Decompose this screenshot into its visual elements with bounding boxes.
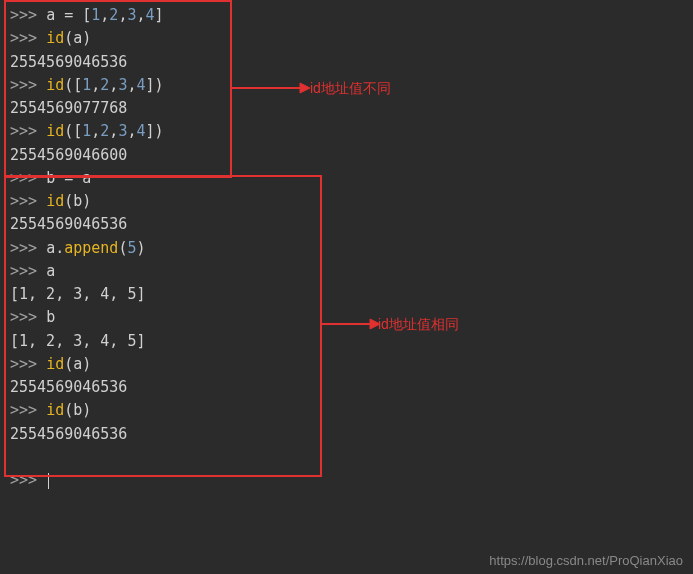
code-token: >>>: [10, 122, 46, 140]
watermark: https://blog.csdn.net/ProQianXiao: [489, 553, 683, 568]
code-token: 2: [100, 76, 109, 94]
repl-input-line: >>> id(b): [10, 399, 683, 422]
code-token: =: [64, 169, 82, 187]
code-token: >>>: [10, 6, 46, 24]
code-token: 2554569046536: [10, 215, 127, 233]
code-token: 2: [100, 122, 109, 140]
repl-input-line: >>> a = [1,2,3,4]: [10, 4, 683, 27]
code-token: id: [46, 192, 64, 210]
code-token: a: [82, 169, 91, 187]
cursor: [48, 473, 49, 489]
code-token: id: [46, 122, 64, 140]
repl-input-line: >>> id(a): [10, 27, 683, 50]
code-token: ]): [145, 76, 163, 94]
code-token: id: [46, 76, 64, 94]
code-token: b: [73, 192, 82, 210]
repl-output-line: 2554569046536: [10, 213, 683, 236]
code-token: 2554569046536: [10, 53, 127, 71]
code-token: >>>: [10, 262, 46, 280]
code-token: id: [46, 401, 64, 419]
code-token: 2554569046536: [10, 378, 127, 396]
code-token: >>>: [10, 192, 46, 210]
code-token: >>>: [10, 76, 46, 94]
repl-output-line: 2554569046536: [10, 423, 683, 446]
repl-input-line: >>> a: [10, 260, 683, 283]
code-token: id: [46, 29, 64, 47]
repl-output-line: 2554569046600: [10, 144, 683, 167]
code-token: 4: [145, 6, 154, 24]
repl-output-line: 2554569077768: [10, 97, 683, 120]
code-token: [: [82, 6, 91, 24]
code-token: >>>: [10, 239, 46, 257]
code-token: a: [73, 29, 82, 47]
code-token: 1: [82, 76, 91, 94]
code-token: ,: [91, 122, 100, 140]
code-token: 1: [82, 122, 91, 140]
repl-input-line: >>> id(b): [10, 190, 683, 213]
code-token: a: [46, 262, 55, 280]
code-token: >>>: [10, 471, 46, 489]
code-token: ): [82, 401, 91, 419]
repl-input-line: >>> id([1,2,3,4]): [10, 120, 683, 143]
code-token: a: [46, 6, 64, 24]
annotation-2: id地址值相同: [378, 316, 459, 334]
code-token: >>>: [10, 355, 46, 373]
repl-input-line: >>>: [10, 469, 683, 492]
code-token: (: [64, 192, 73, 210]
code-token: ,: [100, 6, 109, 24]
code-token: id: [46, 355, 64, 373]
repl-input-line: >>> b = a: [10, 167, 683, 190]
code-token: (: [64, 355, 73, 373]
code-token: ([: [64, 76, 82, 94]
code-token: (: [64, 29, 73, 47]
code-token: ): [82, 192, 91, 210]
code-token: ]: [155, 6, 164, 24]
code-token: >>>: [10, 169, 46, 187]
code-token: (: [64, 401, 73, 419]
python-repl-terminal: >>> a = [1,2,3,4]>>> id(a)2554569046536>…: [0, 0, 693, 496]
code-token: ]): [145, 122, 163, 140]
code-token: ): [82, 29, 91, 47]
repl-output-line: [1, 2, 3, 4, 5]: [10, 283, 683, 306]
code-token: 1: [91, 6, 100, 24]
code-token: append: [64, 239, 118, 257]
repl-output-line: 2554569046536: [10, 51, 683, 74]
code-token: 2554569077768: [10, 99, 127, 117]
code-token: 2554569046536: [10, 425, 127, 443]
repl-input-line: >>> id(a): [10, 353, 683, 376]
code-token: >>>: [10, 308, 46, 326]
code-token: [10, 448, 19, 466]
code-token: ): [82, 355, 91, 373]
code-token: 2554569046600: [10, 146, 127, 164]
code-token: .: [55, 239, 64, 257]
code-token: b: [73, 401, 82, 419]
code-token: >>>: [10, 401, 46, 419]
code-token: b: [46, 308, 55, 326]
repl-input-line: >>> a.append(5): [10, 237, 683, 260]
code-token: a: [73, 355, 82, 373]
code-token: ,: [91, 76, 100, 94]
svg-marker-1: [300, 83, 310, 93]
code-token: [1, 2, 3, 4, 5]: [10, 332, 145, 350]
code-token: a: [46, 239, 55, 257]
repl-output-line: [10, 446, 683, 469]
annotation-1: id地址值不同: [310, 80, 391, 98]
code-token: =: [64, 6, 82, 24]
code-token: >>>: [10, 29, 46, 47]
code-token: ): [136, 239, 145, 257]
repl-output-line: 2554569046536: [10, 376, 683, 399]
code-token: [1, 2, 3, 4, 5]: [10, 285, 145, 303]
code-token: ([: [64, 122, 82, 140]
arrow-icon: [230, 78, 320, 98]
code-token: b: [46, 169, 64, 187]
